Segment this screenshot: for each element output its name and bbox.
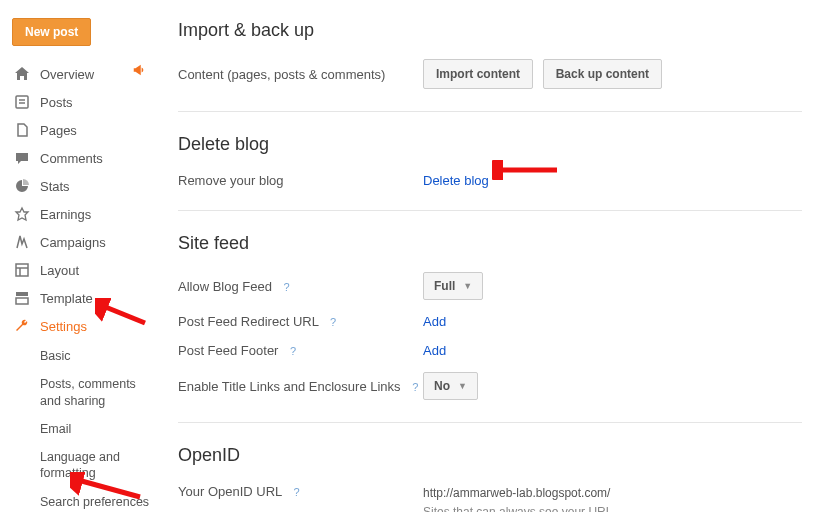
help-icon[interactable]: ? [330,316,336,328]
openid-url-value: http://ammarweb-lab.blogspot.com/ [423,484,802,503]
chevron-down-icon: ▼ [463,281,472,291]
sidebar-item-earnings[interactable]: Earnings [12,200,160,228]
sub-item-basic[interactable]: Basic [40,342,160,370]
chevron-down-icon: ▼ [458,381,467,391]
layout-icon [12,262,32,278]
backup-content-button[interactable]: Back up content [543,59,662,89]
sidebar-item-label: Earnings [40,207,91,222]
allow-feed-dropdown[interactable]: Full ▼ [423,272,483,300]
sidebar-item-label: Pages [40,123,77,138]
enable-title-links-label: Enable Title Links and Enclosure Links [178,379,401,394]
sub-item-search-prefs[interactable]: Search preferences [40,488,160,513]
sidebar-item-stats[interactable]: Stats [12,172,160,200]
footer-add-link[interactable]: Add [423,343,446,358]
openid-url-label: Your OpenID URL [178,484,282,499]
sidebar-item-label: Posts [40,95,73,110]
sidebar-item-pages[interactable]: Pages [12,116,160,144]
pages-icon [12,122,32,138]
sidebar-item-overview[interactable]: Overview [12,60,160,88]
sidebar-item-campaigns[interactable]: Campaigns [12,228,160,256]
dropdown-value: No [434,379,450,393]
settings-submenu: Basic Posts, comments and sharing Email … [12,342,160,512]
sidebar-item-template[interactable]: Template [12,284,160,312]
sidebar-item-label: Template [40,291,93,306]
home-icon [12,66,32,82]
stats-icon [12,178,32,194]
new-post-button[interactable]: New post [12,18,91,46]
dropdown-value: Full [434,279,455,293]
section-delete-blog: Delete blog Remove your blog Delete blog [178,134,802,211]
section-import-backup: Import & back up Content (pages, posts &… [178,20,802,112]
campaigns-icon [12,234,32,250]
comments-icon [12,150,32,166]
help-icon[interactable]: ? [412,381,418,393]
redirect-url-label: Post Feed Redirect URL [178,314,318,329]
delete-blog-link[interactable]: Delete blog [423,173,489,188]
sidebar-item-layout[interactable]: Layout [12,256,160,284]
sub-item-language[interactable]: Language and formatting [40,443,160,488]
delete-row-label: Remove your blog [178,173,423,188]
wrench-icon [12,318,32,334]
section-heading: Delete blog [178,134,802,155]
section-openid: OpenID Your OpenID URL ? http://ammarweb… [178,445,802,512]
earnings-icon [12,206,32,222]
sidebar-item-label: Campaigns [40,235,106,250]
footer-label: Post Feed Footer [178,343,278,358]
sidebar-item-label: Overview [40,67,94,82]
help-icon[interactable]: ? [293,486,299,498]
section-heading: OpenID [178,445,802,466]
import-content-button[interactable]: Import content [423,59,533,89]
svg-rect-0 [16,96,28,108]
main-panel: Import & back up Content (pages, posts &… [170,0,822,512]
sub-item-email[interactable]: Email [40,415,160,443]
sidebar-item-label: Layout [40,263,79,278]
enable-title-links-dropdown[interactable]: No ▼ [423,372,478,400]
sidebar: New post Overview Posts Pages Comments S… [0,0,160,512]
openid-sites-label: Sites that can always see your URL [423,503,802,512]
svg-rect-3 [16,264,28,276]
import-row-label: Content (pages, posts & comments) [178,67,423,82]
sidebar-item-label: Settings [40,319,87,334]
help-icon[interactable]: ? [284,281,290,293]
sidebar-item-label: Stats [40,179,70,194]
sidebar-item-comments[interactable]: Comments [12,144,160,172]
sidebar-item-posts[interactable]: Posts [12,88,160,116]
sidebar-item-settings[interactable]: Settings [12,312,160,340]
section-heading: Site feed [178,233,802,254]
redirect-add-link[interactable]: Add [423,314,446,329]
posts-icon [12,94,32,110]
template-icon [12,290,32,306]
sidebar-item-label: Comments [40,151,103,166]
help-icon[interactable]: ? [290,345,296,357]
svg-rect-7 [16,298,28,304]
svg-rect-6 [16,292,28,296]
section-site-feed: Site feed Allow Blog Feed ? Full ▼ Post … [178,233,802,423]
sub-item-posts-comments[interactable]: Posts, comments and sharing [40,370,160,415]
section-heading: Import & back up [178,20,802,41]
allow-feed-label: Allow Blog Feed [178,279,272,294]
